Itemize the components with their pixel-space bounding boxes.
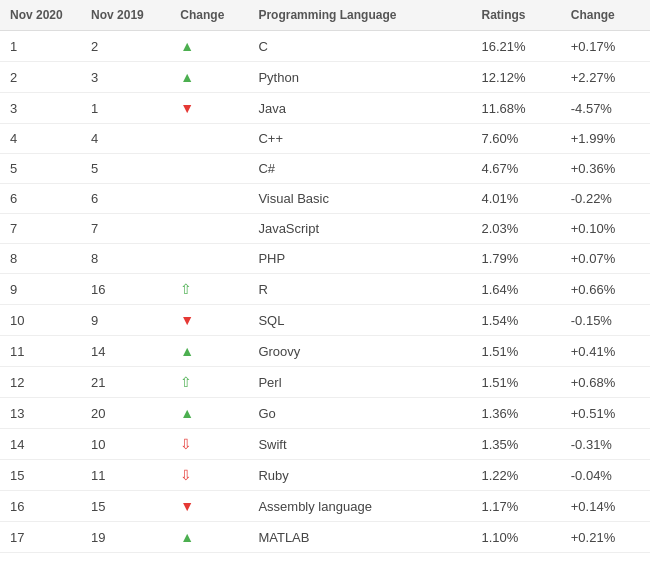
- change-arrow: ⇩: [170, 553, 248, 563]
- arrow-up-double-icon: ⇧: [180, 374, 192, 390]
- change-arrow: ▲: [170, 522, 248, 553]
- change-value: +0.68%: [561, 367, 650, 398]
- rating-value: 0.86%: [472, 553, 561, 563]
- arrow-up-icon: ▲: [180, 38, 194, 54]
- rating-value: 1.10%: [472, 522, 561, 553]
- rating-value: 1.51%: [472, 367, 561, 398]
- rank-nov2019: 7: [81, 214, 170, 244]
- rating-value: 2.03%: [472, 214, 561, 244]
- rankings-table: Nov 2020 Nov 2019 Change Programming Lan…: [0, 0, 650, 562]
- rating-value: 1.51%: [472, 336, 561, 367]
- change-value: +0.41%: [561, 336, 650, 367]
- rank-nov2020: 1: [0, 31, 81, 62]
- rank-nov2019: 20: [81, 398, 170, 429]
- rank-nov2019: 21: [81, 367, 170, 398]
- rank-nov2019: 1: [81, 93, 170, 124]
- language-name: Perl: [248, 367, 471, 398]
- rank-nov2019: 13: [81, 553, 170, 563]
- rank-nov2020: 16: [0, 491, 81, 522]
- change-arrow: ⇧: [170, 367, 248, 398]
- change-value: +0.17%: [561, 31, 650, 62]
- change-value: +0.07%: [561, 244, 650, 274]
- table-row: 17 19 ▲ MATLAB 1.10% +0.21%: [0, 522, 650, 553]
- change-value: +0.66%: [561, 274, 650, 305]
- change-arrow: ⇧: [170, 274, 248, 305]
- language-name: Python: [248, 62, 471, 93]
- rank-nov2019: 10: [81, 429, 170, 460]
- change-arrow: [170, 184, 248, 214]
- table-row: 4 4 C++ 7.60% +1.99%: [0, 124, 650, 154]
- rating-value: 7.60%: [472, 124, 561, 154]
- rank-nov2020: 18: [0, 553, 81, 563]
- rating-value: 1.22%: [472, 460, 561, 491]
- language-name: Swift: [248, 429, 471, 460]
- arrow-up-icon: ▲: [180, 529, 194, 545]
- rating-value: 12.12%: [472, 62, 561, 93]
- change-value: -0.22%: [561, 184, 650, 214]
- rank-nov2020: 13: [0, 398, 81, 429]
- change-arrow: ▲: [170, 31, 248, 62]
- arrow-down-double-icon: ⇩: [180, 467, 192, 483]
- rank-nov2020: 4: [0, 124, 81, 154]
- language-name: MATLAB: [248, 522, 471, 553]
- language-name: SQL: [248, 305, 471, 336]
- rating-value: 16.21%: [472, 31, 561, 62]
- arrow-down-double-icon: ⇩: [180, 436, 192, 452]
- rating-value: 1.17%: [472, 491, 561, 522]
- rank-nov2020: 10: [0, 305, 81, 336]
- table-row: 11 14 ▲ Groovy 1.51% +0.41%: [0, 336, 650, 367]
- change-arrow: [170, 124, 248, 154]
- change-value: +0.51%: [561, 398, 650, 429]
- rank-nov2019: 14: [81, 336, 170, 367]
- change-value: -0.31%: [561, 429, 650, 460]
- language-name: C#: [248, 154, 471, 184]
- language-name: Groovy: [248, 336, 471, 367]
- rank-nov2019: 15: [81, 491, 170, 522]
- rating-value: 1.64%: [472, 274, 561, 305]
- rank-nov2019: 8: [81, 244, 170, 274]
- table-row: 16 15 ▼ Assembly language 1.17% +0.14%: [0, 491, 650, 522]
- change-arrow: ▲: [170, 336, 248, 367]
- change-arrow: ▼: [170, 491, 248, 522]
- table-row: 5 5 C# 4.67% +0.36%: [0, 154, 650, 184]
- rank-nov2020: 17: [0, 522, 81, 553]
- arrow-up-icon: ▲: [180, 405, 194, 421]
- rank-nov2020: 11: [0, 336, 81, 367]
- arrow-up-icon: ▲: [180, 343, 194, 359]
- table-row: 13 20 ▲ Go 1.36% +0.51%: [0, 398, 650, 429]
- rank-nov2020: 12: [0, 367, 81, 398]
- rank-nov2019: 9: [81, 305, 170, 336]
- rank-nov2019: 6: [81, 184, 170, 214]
- rating-value: 4.01%: [472, 184, 561, 214]
- table-row: 14 10 ⇩ Swift 1.35% -0.31%: [0, 429, 650, 460]
- rank-nov2019: 5: [81, 154, 170, 184]
- arrow-up-icon: ▲: [180, 69, 194, 85]
- header-nov2019: Nov 2019: [81, 0, 170, 31]
- rating-value: 1.54%: [472, 305, 561, 336]
- language-name: C: [248, 31, 471, 62]
- table-row: 15 11 ⇩ Ruby 1.22% -0.04%: [0, 460, 650, 491]
- table-row: 2 3 ▲ Python 12.12% +2.27%: [0, 62, 650, 93]
- change-arrow: ▲: [170, 62, 248, 93]
- rank-nov2019: 4: [81, 124, 170, 154]
- change-arrow: [170, 214, 248, 244]
- rank-nov2020: 8: [0, 244, 81, 274]
- table-row: 7 7 JavaScript 2.03% +0.10%: [0, 214, 650, 244]
- rating-value: 11.68%: [472, 93, 561, 124]
- rank-nov2020: 6: [0, 184, 81, 214]
- header-ratings: Ratings: [472, 0, 561, 31]
- table-row: 3 1 ▼ Java 11.68% -4.57%: [0, 93, 650, 124]
- arrow-down-icon: ▼: [180, 498, 194, 514]
- language-name: Assembly language: [248, 491, 471, 522]
- rank-nov2020: 9: [0, 274, 81, 305]
- header-nov2020: Nov 2020: [0, 0, 81, 31]
- rank-nov2019: 3: [81, 62, 170, 93]
- change-value: +0.21%: [561, 522, 650, 553]
- change-value: +1.99%: [561, 124, 650, 154]
- rank-nov2020: 2: [0, 62, 81, 93]
- language-name: C++: [248, 124, 471, 154]
- arrow-up-double-icon: ⇧: [180, 281, 192, 297]
- change-value: -0.15%: [561, 305, 650, 336]
- change-value: +2.27%: [561, 62, 650, 93]
- language-name: Go: [248, 398, 471, 429]
